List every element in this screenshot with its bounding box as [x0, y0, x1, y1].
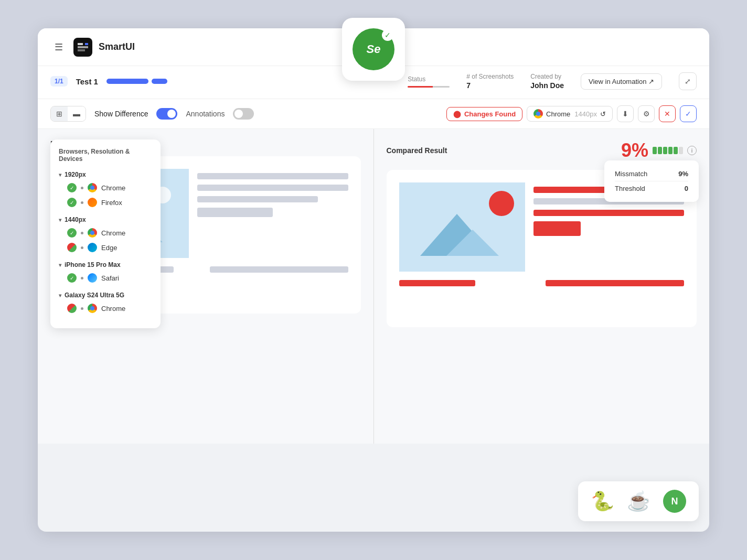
- progress-bar-small: [152, 79, 167, 84]
- split-view-button[interactable]: ⊞: [51, 106, 68, 121]
- annotations-toggle[interactable]: [233, 108, 254, 120]
- resolution-1920-label: 1920px: [65, 171, 86, 178]
- dot2: [81, 201, 83, 204]
- group-galaxy: ▾ Galaxy S24 Ultra 5G Chrome: [59, 289, 152, 316]
- single-view-button[interactable]: ▬: [68, 106, 86, 121]
- mismatch-label: Missmatch: [615, 170, 647, 178]
- bar3: [663, 147, 667, 154]
- logo-icon: [73, 38, 92, 57]
- threshold-row: Threshold 0: [615, 181, 688, 196]
- chevron-iphone: ▾: [59, 262, 61, 268]
- group-1440: ▾ 1440px ✓ Chrome Edge: [59, 214, 152, 255]
- settings-button[interactable]: ⚙: [638, 105, 655, 122]
- test-badge: 1/1: [50, 76, 68, 87]
- approve-button[interactable]: ✓: [680, 105, 697, 122]
- share-button[interactable]: ⤢: [679, 72, 697, 90]
- resolution-iphone-header[interactable]: ▾ iPhone 15 Pro Max: [59, 259, 152, 271]
- firefox-logo-1920: [88, 198, 97, 207]
- progress-bars: [106, 79, 167, 84]
- created-by-meta: Created by John Doe: [530, 73, 564, 90]
- cbr1: [546, 280, 684, 286]
- show-difference-label: Show Difference: [94, 110, 148, 118]
- chrome-galaxy-label: Chrome: [101, 305, 125, 313]
- compared-bottom: [399, 280, 685, 286]
- check-galaxy-chrome: [67, 304, 77, 313]
- resolution-1440-header[interactable]: ▾ 1440px: [59, 214, 152, 225]
- selenium-badge: ✓: [342, 18, 405, 81]
- changes-found-button[interactable]: ⬤ Changes Found: [446, 107, 522, 121]
- line1: [197, 173, 348, 179]
- browser-1440-edge[interactable]: Edge: [67, 240, 152, 255]
- show-difference-toggle[interactable]: [156, 108, 177, 120]
- chrome-logo-1440: [88, 228, 97, 238]
- chevron-1440: ▾: [59, 217, 61, 223]
- dot3: [81, 232, 83, 234]
- safari-logo-iphone: [88, 273, 97, 283]
- changes-found-label: Changes Found: [464, 110, 516, 118]
- safari-iphone-label: Safari: [101, 274, 119, 282]
- bottom-logos: 🐍 ☕ N: [578, 481, 699, 521]
- view-automation-button[interactable]: View in Automation ↗: [581, 73, 662, 90]
- view-toggle: ⊞ ▬: [50, 106, 86, 122]
- settings-icon: ⚙: [643, 110, 650, 118]
- line3: [197, 196, 318, 202]
- status-label: Status: [408, 76, 450, 83]
- screenshots-meta: # of Screenshots 7: [466, 73, 514, 90]
- chrome-label: Chrome: [546, 110, 570, 118]
- mismatch-val: 9%: [678, 170, 688, 178]
- nodejs-logo: N: [663, 490, 686, 513]
- changes-found-icon: ⬤: [453, 110, 461, 118]
- mismatch-row: Missmatch 9%: [615, 167, 688, 181]
- items-1440: ✓ Chrome Edge: [59, 225, 152, 255]
- red-rect: [533, 221, 581, 236]
- group-iphone: ▾ iPhone 15 Pro Max ✓ Safari: [59, 259, 152, 285]
- browser-1920-firefox[interactable]: ✓ Firefox: [67, 195, 152, 210]
- menu-icon[interactable]: ☰: [50, 39, 67, 56]
- line4: [197, 208, 273, 217]
- refresh-icon: ↺: [600, 110, 606, 118]
- items-1920: ✓ Chrome ✓ Firefox: [59, 180, 152, 210]
- browser-iphone-safari[interactable]: ✓ Safari: [67, 271, 152, 285]
- compared-header: Compared Result 9% i: [387, 139, 697, 161]
- resolution-1920-header[interactable]: ▾ 1920px: [59, 169, 152, 180]
- items-iphone: ✓ Safari: [59, 271, 152, 285]
- dot4: [81, 246, 83, 249]
- compared-mountain-svg: [399, 182, 525, 272]
- svg-point-8: [489, 191, 514, 216]
- threshold-label: Threshold: [615, 185, 645, 192]
- check-1920-firefox: ✓: [67, 198, 77, 207]
- content-area: Baseline: [38, 129, 709, 444]
- resolution-galaxy-header[interactable]: ▾ Galaxy S24 Ultra 5G: [59, 289, 152, 301]
- mismatch-popup: Missmatch 9% Threshold 0: [604, 160, 699, 202]
- share-icon: ⤢: [685, 77, 691, 85]
- browsers-panel: Browsers, Resolution & Devices ▾ 1920px …: [50, 139, 161, 328]
- status-meta: Status: [408, 76, 450, 88]
- compared-panel: Compared Result 9% i: [374, 129, 710, 444]
- dot6: [81, 307, 83, 310]
- browser-1440-chrome[interactable]: ✓ Chrome: [67, 225, 152, 240]
- cbottom-right: [546, 280, 684, 286]
- bar2: [658, 147, 662, 154]
- chrome-selector[interactable]: Chrome 1440px ↺: [527, 106, 613, 122]
- bar6: [679, 147, 683, 154]
- created-by-value: John Doe: [530, 81, 564, 90]
- browser-galaxy-chrome[interactable]: Chrome: [67, 301, 152, 316]
- selenium-circle: ✓: [353, 28, 394, 70]
- edge-logo-1440: [88, 243, 97, 252]
- mismatch-percentage: 9% i: [621, 139, 697, 161]
- reject-button[interactable]: ✕: [659, 105, 676, 122]
- annotations-label: Annotations: [186, 110, 225, 118]
- group-1920: ▾ 1920px ✓ Chrome ✓ Firefox: [59, 169, 152, 210]
- chrome-1440-label: Chrome: [101, 229, 125, 237]
- screenshots-label: # of Screenshots: [466, 73, 514, 80]
- status-line: [408, 86, 450, 88]
- line2: [197, 185, 348, 191]
- download-button[interactable]: ⬇: [617, 105, 634, 122]
- firefox-1920-label: Firefox: [101, 199, 122, 207]
- toolbar-right: ⬤ Changes Found Chrome 1440px ↺ ⬇ ⚙ ✕ ✓: [446, 105, 697, 122]
- toolbar: ⊞ ▬ Show Difference Annotations ⬤ Change…: [38, 99, 709, 129]
- info-icon[interactable]: i: [687, 146, 697, 155]
- chrome-logo-galaxy: [88, 304, 97, 313]
- chrome-1920-label: Chrome: [101, 184, 125, 192]
- browser-1920-chrome[interactable]: ✓ Chrome: [67, 180, 152, 195]
